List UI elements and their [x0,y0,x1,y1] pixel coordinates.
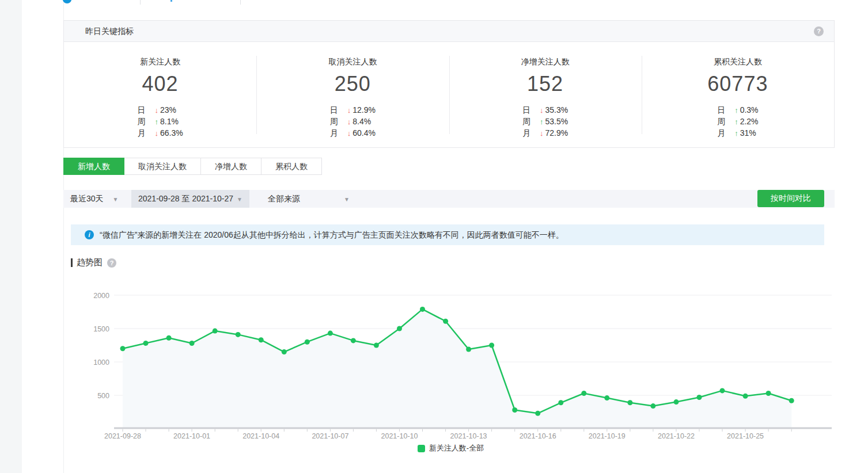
stat-period-label: 月 [138,127,146,139]
data-point [120,346,126,351]
x-axis-label: 2021-10-22 [658,432,695,440]
key-metrics-header: 昨日关键指标 ? [64,21,834,42]
tab-unfollowers[interactable]: 取消关注人数 [124,158,201,175]
stat-period-label: 日 [330,104,339,116]
stat-period-label: 周 [138,116,146,127]
data-point [143,341,149,346]
data-point [604,395,609,400]
stat-percent: 8.4% [352,117,371,126]
data-point [189,341,195,346]
data-point [743,394,748,399]
metrics-help-icon[interactable]: ? [814,26,824,36]
stat-period-label: 月 [522,127,531,139]
x-axis-label: 2021-10-10 [381,432,418,440]
data-point [282,349,287,354]
trend-chart-canvas[interactable]: 5001000150020002021-09-282021-10-012021-… [63,287,838,441]
trend-help-icon[interactable]: ? [107,258,116,268]
x-axis-label: 2021-10-13 [450,432,487,440]
metrics-body: 新关注人数402日↓23%周↑8.1%月↓66.3%取消关注人数250日↓12.… [64,42,834,148]
stat-arrow-down-icon: ↓ [347,116,351,128]
data-point [259,337,264,342]
legend-item[interactable]: 新关注人数-全部 [63,443,838,453]
stat-period-label: 月 [717,127,726,139]
y-axis-label: 1000 [93,358,109,367]
metric-stats: 日↓12.9%周↓8.4%月↓60.4% [330,104,376,139]
data-point [489,343,494,348]
data-point [766,391,771,396]
data-point [789,398,794,403]
area-fill [123,309,791,428]
data-point [443,319,448,324]
time-range-value: 最近30天 [70,194,104,203]
stat-arrow-up-icon: ↑ [734,128,738,139]
trend-section-title: 趋势图 ? [71,257,116,268]
page: 昨日关键指标 ? 新关注人数402日↓23%周↑8.1%月↓66.3%取消关注人… [0,0,868,473]
x-axis-line [114,428,832,429]
tab-net-increase[interactable]: 净增人数 [200,158,261,175]
x-axis-label: 2021-10-01 [173,432,210,440]
metric-stat-row: 日↓23% [138,104,183,116]
metric-value: 250 [256,72,449,96]
key-metrics-title: 昨日关键指标 [85,26,134,36]
stat-period-label: 周 [522,116,531,127]
y-axis-label: 500 [97,392,109,400]
data-point [466,347,471,352]
filter-bar: 最近30天▼ 2021-09-28 至 2021-10-27▼ 全部来源▼ 按时… [63,190,835,208]
stat-percent: 35.3% [545,105,568,115]
compare-by-time-button[interactable]: 按时间对比 [757,190,824,207]
stat-percent: 12.9% [352,105,376,115]
stat-percent: 23% [160,105,176,115]
time-range-dropdown[interactable]: 最近30天▼ [70,190,118,208]
metric-stat-row: 周↑53.5% [522,116,568,127]
x-axis-label: 2021-10-04 [242,432,279,440]
clipped-blue-toggle-icon [63,0,71,3]
x-axis-label: 2021-09-28 [104,432,141,440]
stat-period-label: 日 [717,104,726,116]
data-point [420,307,425,312]
stat-period-label: 日 [522,104,531,116]
tab-cumulative[interactable]: 累积人数 [261,158,322,175]
stat-period-label: 周 [717,116,726,127]
caret-down-icon: ▼ [344,196,350,203]
data-point [720,388,725,393]
metric-label: 净增关注人数 [449,57,642,67]
metric-stat-row: 日↓35.3% [522,104,568,116]
legend-label: 新关注人数-全部 [429,443,484,453]
stat-arrow-down-icon: ↓ [540,128,544,139]
data-point [305,340,310,345]
data-point [674,399,679,405]
metric-column-1: 取消关注人数250日↓12.9%周↓8.4%月↓60.4% [256,42,449,148]
y-axis-label: 1500 [93,325,109,333]
metric-stat-row: 周↓8.4% [330,116,376,127]
y-axis-label: 2000 [93,292,109,300]
stat-arrow-up-icon: ↑ [734,116,738,128]
clipped-divider [140,0,141,5]
info-banner: i “微信广告”来源的新增关注在 2020/06起从其他中拆分给出，计算方式与广… [71,224,824,245]
metric-stats: 日↓35.3%周↑53.5%月↓72.9% [522,104,568,139]
metric-value: 60773 [642,72,834,96]
caret-down-icon: ▼ [237,196,242,203]
data-point [627,400,632,405]
stat-percent: 60.4% [352,128,376,138]
data-point [535,411,540,416]
metric-stat-row: 周↑8.1% [138,116,183,127]
stat-arrow-down-icon: ↓ [155,128,159,139]
tab-new-followers[interactable]: 新增人数 [63,158,124,175]
data-point [397,326,402,331]
data-point [236,332,241,337]
stat-period-label: 周 [330,116,339,127]
date-range-dropdown[interactable]: 2021-09-28 至 2021-10-27▼ [131,190,249,208]
stat-percent: 53.5% [545,117,568,126]
stat-period-label: 月 [330,127,339,139]
stat-arrow-down-icon: ↓ [347,105,351,116]
x-axis-label: 2021-10-07 [312,432,348,440]
column-divider [256,56,257,134]
date-range-value: 2021-09-28 至 2021-10-27 [138,194,233,203]
stat-arrow-up-icon: ↑ [540,116,544,128]
source-dropdown[interactable]: 全部来源▼ [268,190,350,208]
stat-arrow-down-icon: ↓ [540,105,544,116]
data-point [213,329,218,334]
data-point [697,395,702,400]
stat-arrow-down-icon: ↓ [155,105,159,116]
info-banner-text: “微信广告”来源的新增关注在 2020/06起从其他中拆分给出，计算方式与广告主… [71,224,824,245]
